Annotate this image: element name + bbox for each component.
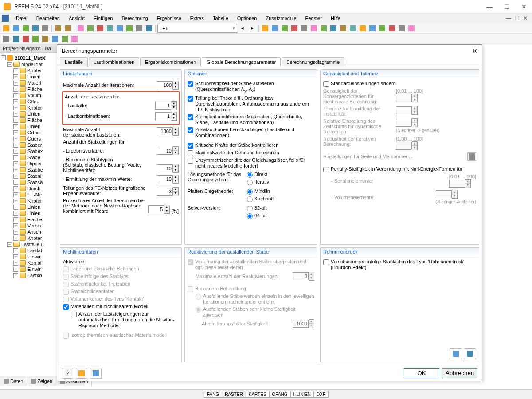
tb-a[interactable] bbox=[76, 24, 85, 33]
status-dxf[interactable]: DXF bbox=[313, 391, 329, 398]
spin-down[interactable]: ▾ bbox=[171, 116, 176, 120]
chk-material-nl[interactable] bbox=[63, 304, 69, 310]
menu-optionen[interactable]: Optionen bbox=[234, 15, 261, 22]
units-button-1[interactable] bbox=[450, 348, 462, 359]
toggle-modell[interactable]: − bbox=[7, 62, 12, 67]
radio-kirchhoff[interactable] bbox=[247, 196, 253, 202]
close-button[interactable]: ✕ bbox=[520, 3, 528, 10]
tb-i[interactable] bbox=[261, 24, 270, 33]
tb-q[interactable] bbox=[339, 24, 348, 33]
toggle-lastfaelle[interactable]: − bbox=[7, 242, 12, 247]
chk-division[interactable] bbox=[188, 96, 193, 102]
tb-t[interactable] bbox=[368, 24, 377, 33]
toggle-icon[interactable]: + bbox=[13, 267, 18, 272]
tb-save[interactable] bbox=[21, 24, 30, 33]
toggle-icon[interactable]: + bbox=[13, 168, 18, 172]
toggle-icon[interactable]: + bbox=[13, 106, 18, 110]
toggle-icon[interactable]: + bbox=[13, 248, 18, 253]
toggle-icon[interactable]: + bbox=[13, 199, 18, 203]
toggle-icon[interactable]: + bbox=[13, 205, 18, 210]
nav-tab-daten[interactable]: Daten bbox=[0, 376, 27, 386]
units-button-2[interactable] bbox=[464, 348, 476, 359]
spin-down[interactable]: ▾ bbox=[164, 209, 169, 213]
toggle-icon[interactable]: + bbox=[13, 74, 18, 79]
child-close[interactable]: ✕ bbox=[523, 15, 528, 21]
tab-ergebniskombinationen[interactable]: Ergebniskombinationen bbox=[140, 57, 201, 66]
tb-c[interactable] bbox=[96, 24, 105, 33]
menu-ergebnisse[interactable]: Ergebnisse bbox=[153, 15, 185, 22]
tb2-g[interactable] bbox=[60, 35, 69, 43]
spin-down[interactable]: ▾ bbox=[173, 151, 178, 155]
toggle-root[interactable]: − bbox=[1, 55, 6, 60]
tb-u[interactable] bbox=[378, 24, 387, 33]
menu-ansicht[interactable]: Ansicht bbox=[65, 15, 88, 22]
chk-crit-forces[interactable] bbox=[188, 143, 193, 149]
status-ofang[interactable]: OFANG bbox=[269, 391, 291, 398]
help-button[interactable]: ? bbox=[62, 368, 73, 379]
menu-einfuegen[interactable]: Einfügen bbox=[90, 15, 116, 22]
spin-down[interactable]: ▾ bbox=[171, 106, 176, 110]
toggle-icon[interactable]: + bbox=[13, 81, 18, 86]
special-types-input[interactable] bbox=[157, 164, 173, 172]
toggle-icon[interactable]: + bbox=[13, 112, 18, 117]
tb-o[interactable] bbox=[319, 24, 328, 33]
tb-r[interactable] bbox=[348, 24, 357, 33]
tb-nav-next[interactable]: ▸ bbox=[248, 24, 257, 33]
tb-j[interactable] bbox=[270, 24, 279, 33]
toggle-icon[interactable]: + bbox=[13, 223, 18, 228]
max-iter-input[interactable] bbox=[157, 81, 173, 89]
radio-32bit[interactable] bbox=[247, 206, 253, 211]
toggle-icon[interactable]: + bbox=[13, 130, 18, 135]
nav-tab-zeigen[interactable]: Zeigen bbox=[27, 376, 56, 386]
minimize-button[interactable]: — bbox=[485, 3, 494, 10]
lastfaelle-input[interactable] bbox=[155, 102, 171, 110]
picard-input[interactable] bbox=[148, 205, 164, 213]
toggle-icon[interactable]: + bbox=[13, 192, 18, 197]
dialog-close-button[interactable]: ✕ bbox=[472, 47, 477, 55]
toggle-icon[interactable]: + bbox=[13, 180, 18, 185]
toggle-icon[interactable]: + bbox=[13, 174, 18, 179]
menu-fenster[interactable]: Fenster bbox=[302, 15, 325, 22]
tab-berechnungsdiagramme[interactable]: Berechnungsdiagramme bbox=[282, 57, 344, 66]
status-raster[interactable]: RASTER bbox=[222, 391, 246, 398]
status-hlinien[interactable]: HLINIEN bbox=[290, 391, 314, 398]
tb-b[interactable] bbox=[86, 24, 95, 33]
chk-stiffness[interactable] bbox=[188, 114, 193, 120]
tb-x[interactable] bbox=[407, 24, 416, 33]
tb-saveall[interactable] bbox=[31, 24, 40, 33]
chk-nr-auto[interactable] bbox=[71, 312, 77, 317]
radio-mindlin[interactable] bbox=[247, 189, 253, 195]
maximize-button[interactable]: ☐ bbox=[502, 3, 512, 10]
tb2-d[interactable] bbox=[31, 35, 40, 43]
tb2-h[interactable] bbox=[70, 35, 79, 43]
cable-settings-button[interactable] bbox=[467, 152, 476, 161]
tb-s[interactable] bbox=[358, 24, 367, 33]
tab-lastfaelle[interactable]: Lastfälle bbox=[60, 57, 88, 66]
lastkombi-input[interactable] bbox=[155, 112, 171, 120]
tab-globale-parameter[interactable]: Globale Berechnungsparameter bbox=[202, 57, 281, 66]
tb2-f[interactable] bbox=[51, 35, 59, 43]
toggle-icon[interactable]: + bbox=[13, 93, 18, 98]
toggle-icon[interactable]: + bbox=[13, 261, 18, 266]
cancel-button[interactable]: Abbrechen bbox=[442, 368, 477, 378]
toggle-icon[interactable]: + bbox=[13, 273, 18, 278]
spin-down[interactable]: ▾ bbox=[173, 131, 178, 135]
toggle-icon[interactable]: + bbox=[13, 236, 18, 241]
spin-down[interactable]: ▾ bbox=[173, 168, 178, 172]
chk-penalty[interactable] bbox=[323, 167, 329, 172]
spin-down[interactable]: ▾ bbox=[173, 192, 178, 196]
tb-e[interactable] bbox=[115, 24, 124, 33]
chk-max-strain[interactable] bbox=[188, 150, 193, 156]
tab-lastkombinationen[interactable]: Lastkombinationen bbox=[89, 57, 139, 66]
toggle-icon[interactable]: + bbox=[13, 211, 18, 216]
toggle-icon[interactable]: + bbox=[13, 155, 18, 160]
tb-h[interactable] bbox=[145, 24, 153, 33]
toggle-icon[interactable]: + bbox=[13, 143, 18, 148]
fe-div-input[interactable] bbox=[157, 188, 173, 196]
tb2-b[interactable] bbox=[12, 35, 20, 43]
toggle-icon[interactable]: + bbox=[13, 124, 18, 129]
maxmin-input[interactable] bbox=[157, 175, 173, 183]
radio-64bit[interactable] bbox=[247, 213, 253, 219]
tb2-e[interactable] bbox=[41, 35, 50, 43]
chk-unsym[interactable] bbox=[188, 158, 193, 164]
